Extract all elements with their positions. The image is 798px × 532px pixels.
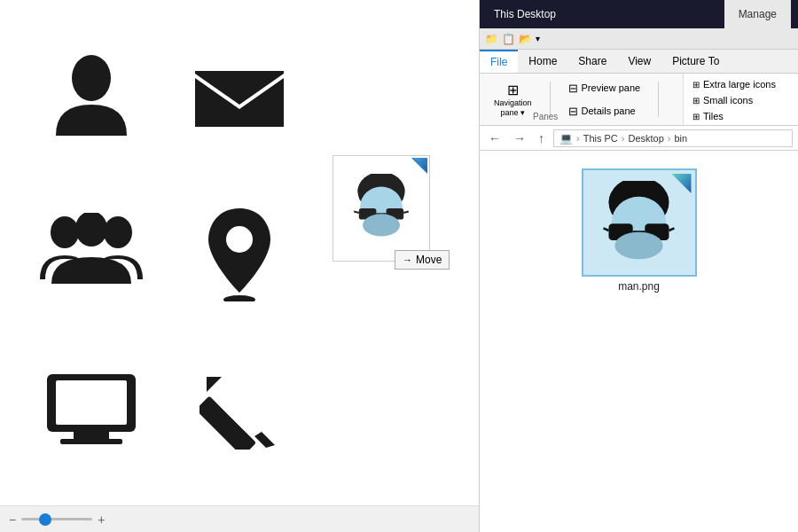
empty-cell-3 <box>313 343 461 476</box>
panes-group-label: Panes <box>533 112 558 121</box>
path-separator-1: › <box>576 133 580 144</box>
move-tooltip: → Move <box>395 250 450 270</box>
qa-icon-2[interactable]: 📋 <box>502 33 515 45</box>
this-desktop-label: This Desktop <box>487 0 724 28</box>
extra-large-icons-label: Extra large icons <box>703 79 776 90</box>
tiles-label: Tiles <box>703 111 724 121</box>
ribbon-divider-2 <box>658 82 659 117</box>
ribbon-view-options: ⊞ Extra large icons ⊞ Small icons ⊞ Tile… <box>683 74 798 125</box>
forward-button[interactable]: → <box>510 129 529 147</box>
file-icon-container[interactable]: man.png <box>582 168 697 293</box>
mail-icon <box>191 60 288 131</box>
location-icon-cell <box>166 186 314 319</box>
svg-rect-10 <box>200 395 256 450</box>
person-icon <box>51 51 131 140</box>
ribbon-tabs: File Home Share View Picture To <box>480 50 798 74</box>
preview-pane-label: Preview pane <box>582 82 641 93</box>
path-separator-2: › <box>622 133 625 144</box>
small-icons-option[interactable]: ⊞ Small icons <box>689 93 793 107</box>
svg-marker-12 <box>207 377 222 392</box>
ribbon: 📁 📋 📂 ▾ File Home Share View Picture To … <box>480 28 798 126</box>
svg-point-1 <box>51 216 79 248</box>
bottom-bar: − + <box>0 505 479 532</box>
svg-point-28 <box>614 231 662 259</box>
qa-icon-3[interactable]: 📂 <box>519 33 532 45</box>
tab-view[interactable]: View <box>617 50 661 73</box>
svg-rect-9 <box>60 439 122 444</box>
dragged-icon[interactable]: ↗ <box>332 155 430 262</box>
up-button[interactable]: ↑ <box>535 129 548 147</box>
svg-rect-8 <box>74 432 109 439</box>
path-desktop[interactable]: Desktop <box>628 133 663 144</box>
zoom-track[interactable] <box>21 518 92 520</box>
pencil-icon-cell <box>166 343 314 476</box>
zoom-plus[interactable]: + <box>98 512 105 527</box>
preview-pane-button[interactable]: ⊟ Preview pane <box>561 78 648 98</box>
tiles-option[interactable]: ⊞ Tiles <box>689 109 793 123</box>
explorer-panel: This Desktop Manage 📁 📋 📂 ▾ File Home Sh… <box>479 0 798 532</box>
path-separator-3: › <box>668 133 671 144</box>
svg-point-2 <box>104 216 132 248</box>
dots-icon-1: ⊞ <box>692 80 700 90</box>
quick-access-toolbar: 📁 📋 📂 ▾ <box>480 28 798 50</box>
manage-button[interactable]: Manage <box>724 0 791 28</box>
address-bar: ← → ↑ 💻 › This PC › Desktop › bin <box>480 126 798 151</box>
back-button[interactable]: ← <box>485 129 505 147</box>
file-area: man.png <box>480 151 798 532</box>
file-icon-box[interactable] <box>582 168 697 277</box>
details-pane-label: Details pane <box>582 106 636 116</box>
svg-line-26 <box>604 228 609 231</box>
svg-point-5 <box>223 295 255 301</box>
person-icon-cell <box>18 29 166 162</box>
nav-pane-icon: ⊞ <box>507 82 519 98</box>
svg-line-18 <box>354 212 359 213</box>
svg-line-27 <box>669 228 675 231</box>
tab-home[interactable]: Home <box>518 50 567 73</box>
preview-pane-icon: ⊟ <box>568 82 578 95</box>
man-face-icon <box>601 181 677 265</box>
svg-point-4 <box>226 226 253 253</box>
details-pane-icon: ⊟ <box>568 105 578 118</box>
svg-point-3 <box>75 213 107 246</box>
pencil-icon <box>200 370 279 450</box>
path-this-pc[interactable]: This PC <box>583 133 618 144</box>
path-computer-icon: 💻 <box>559 132 573 145</box>
title-bar: This Desktop Manage <box>480 0 798 28</box>
monitor-icon <box>43 370 140 450</box>
dots-icon-3: ⊞ <box>692 112 700 121</box>
group-icon-cell <box>18 186 166 319</box>
location-icon <box>204 204 275 301</box>
svg-marker-11 <box>254 432 275 448</box>
extra-large-icons-option[interactable]: ⊞ Extra large icons <box>689 77 793 91</box>
svg-rect-7 <box>56 380 127 425</box>
tab-share[interactable]: Share <box>567 50 617 73</box>
svg-point-20 <box>363 214 400 236</box>
man-face-dragged <box>350 174 412 243</box>
move-arrow: → <box>403 254 412 265</box>
pane-buttons: ⊟ Preview pane ⊟ Details pane <box>561 78 648 121</box>
svg-point-0 <box>72 55 111 101</box>
zoom-minus[interactable]: − <box>9 512 16 527</box>
path-bin[interactable]: bin <box>675 133 688 144</box>
zoom-slider[interactable]: − + <box>9 512 105 527</box>
file-name: man.png <box>618 280 660 293</box>
mail-icon-cell <box>166 29 314 162</box>
tab-file[interactable]: File <box>480 50 518 73</box>
ribbon-content: ⊞ Navigationpane ▾ ⊟ Preview pane ⊟ Deta… <box>480 74 798 125</box>
tab-picture[interactable]: Picture To <box>661 50 730 73</box>
empty-cell-1 <box>313 29 461 162</box>
qa-icon-1[interactable]: 📁 <box>485 33 498 45</box>
navigation-pane-button[interactable]: ⊞ Navigationpane ▾ <box>487 78 539 121</box>
monitor-icon-cell <box>18 343 166 476</box>
svg-line-19 <box>403 212 409 213</box>
qa-dropdown[interactable]: ▾ <box>536 34 540 43</box>
dots-icon-2: ⊞ <box>692 96 700 106</box>
small-icons-label: Small icons <box>703 95 753 106</box>
zoom-thumb[interactable] <box>39 513 51 526</box>
details-pane-button[interactable]: ⊟ Details pane <box>561 101 648 121</box>
address-path: 💻 › This PC › Desktop › bin <box>553 129 793 147</box>
move-label: Move <box>416 254 442 266</box>
nav-pane-label: Navigationpane ▾ <box>494 98 532 118</box>
group-icon <box>38 213 145 293</box>
